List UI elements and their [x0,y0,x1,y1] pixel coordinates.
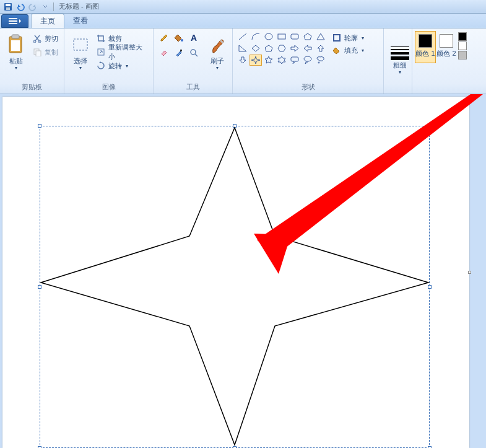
group-label-clipboard: 剪贴板 [0,82,64,94]
eraser-tool[interactable] [157,46,171,59]
color1-swatch [419,34,432,48]
shape-arrow-down[interactable] [236,55,249,66]
group-label-shapes: 形状 [233,82,383,94]
palette-partial [458,31,467,59]
rotate-button[interactable]: 旋转▾ [95,59,149,72]
ribbon: 粘贴 ▾ 剪切 复制 剪贴板 选择 ▾ 裁剪 重新调整大小 旋转▾ 图像 [0,29,486,94]
svg-rect-5 [9,23,17,24]
swatch-gray[interactable] [458,51,467,59]
cut-button[interactable]: 剪切 [31,32,59,45]
group-shapes: 轮廓▾ 填充▾ 形状 [233,29,384,94]
svg-rect-1 [6,4,11,6]
shape-line[interactable] [236,31,249,42]
group-colors: 颜色 1 颜色 2 [412,29,486,94]
select-label: 选择 [74,57,87,65]
color-picker-tool[interactable] [172,46,186,59]
fill-tool[interactable] [172,31,186,45]
canvas[interactable] [2,97,469,448]
shapes-gallery[interactable] [236,31,327,66]
magnifier-tool[interactable] [187,46,201,59]
outline-menu[interactable]: 轮廓▾ [331,32,365,43]
shape-arrow-right[interactable] [289,43,301,54]
svg-point-15 [181,39,183,42]
color1-button[interactable]: 颜色 1 [415,31,436,63]
shape-star5[interactable] [263,55,275,66]
shape-diamond[interactable] [250,43,262,54]
shape-rounded-rect[interactable] [289,31,301,42]
svg-rect-13 [74,39,87,50]
shape-arrow-left[interactable] [302,43,314,54]
ribbon-tabs: 主页 查看 [0,14,486,29]
undo-icon[interactable] [15,1,26,12]
shape-polygon[interactable] [302,31,314,42]
shape-hexagon[interactable] [276,43,288,54]
shape-star4[interactable] [250,55,262,66]
clipboard-icon [7,33,25,56]
svg-rect-3 [9,18,17,19]
scissors-icon [32,33,42,43]
pencil-tool[interactable] [157,31,171,45]
svg-rect-21 [291,34,298,39]
shape-triangle[interactable] [315,31,327,42]
workspace [0,94,486,448]
svg-rect-4 [9,20,17,22]
svg-point-23 [304,56,311,61]
resize-button[interactable]: 重新调整大小 [95,46,149,58]
svg-rect-8 [11,40,20,51]
fill-bucket-icon [332,45,342,55]
svg-point-24 [318,62,319,63]
group-image: 选择 ▾ 裁剪 重新调整大小 旋转▾ 图像 [64,29,154,94]
outline-icon [332,33,342,43]
window-title: 无标题 - 画图 [59,2,99,11]
group-clipboard: 粘贴 ▾ 剪切 复制 剪贴板 [0,29,64,94]
brush-icon [208,33,227,56]
tools-grid: A [157,31,201,59]
qat-dropdown-icon[interactable] [40,1,51,12]
copy-button[interactable]: 复制 [31,46,59,58]
select-button[interactable]: 选择 ▾ [68,31,92,71]
brush-button[interactable]: 刷子 ▾ [206,31,228,71]
select-rect-icon [71,33,90,56]
rotate-icon [96,61,106,71]
copy-icon [32,47,42,57]
save-icon[interactable] [2,1,14,12]
separator [53,2,54,11]
chevron-down-icon: ▾ [399,69,401,75]
svg-rect-7 [12,35,19,38]
shape-pentagon[interactable] [263,43,275,54]
shape-curve[interactable] [250,31,262,42]
file-menu-button[interactable] [1,14,28,28]
svg-rect-12 [36,51,41,56]
drawn-star4-shape [2,97,469,448]
shape-callout-oval[interactable] [302,55,314,66]
tab-home[interactable]: 主页 [31,14,64,28]
svg-rect-17 [180,50,182,51]
group-label-image: 图像 [64,82,153,94]
color2-button[interactable]: 颜色 2 [436,31,457,63]
resize-icon [96,47,106,57]
svg-point-19 [265,33,272,40]
size-button[interactable]: 粗细 ▾ [388,40,412,75]
color2-swatch [440,34,453,48]
paste-label: 粘贴 [9,57,23,65]
fill-menu[interactable]: 填充▾ [331,45,365,56]
shape-arrow-up[interactable] [315,43,327,54]
swatch-white[interactable] [458,42,467,50]
paste-button[interactable]: 粘贴 ▾ [4,31,28,71]
tab-view[interactable]: 查看 [64,14,97,28]
shape-callout-cloud[interactable] [315,55,327,66]
shape-star6[interactable] [276,55,288,66]
shape-oval[interactable] [263,31,275,42]
shape-callout-rounded[interactable] [289,55,301,66]
text-tool[interactable]: A [187,31,201,45]
shape-rect[interactable] [276,31,288,42]
group-tools: A 刷子 ▾ 工具 [154,29,233,94]
svg-text:A: A [191,33,197,43]
brush-label: 刷子 [210,57,224,65]
crop-icon [96,33,106,43]
shape-right-triangle[interactable] [236,43,249,54]
quick-access-toolbar [2,1,51,12]
swatch-black[interactable] [458,32,467,41]
redo-icon[interactable] [27,1,38,12]
chevron-down-icon: ▾ [15,65,17,71]
